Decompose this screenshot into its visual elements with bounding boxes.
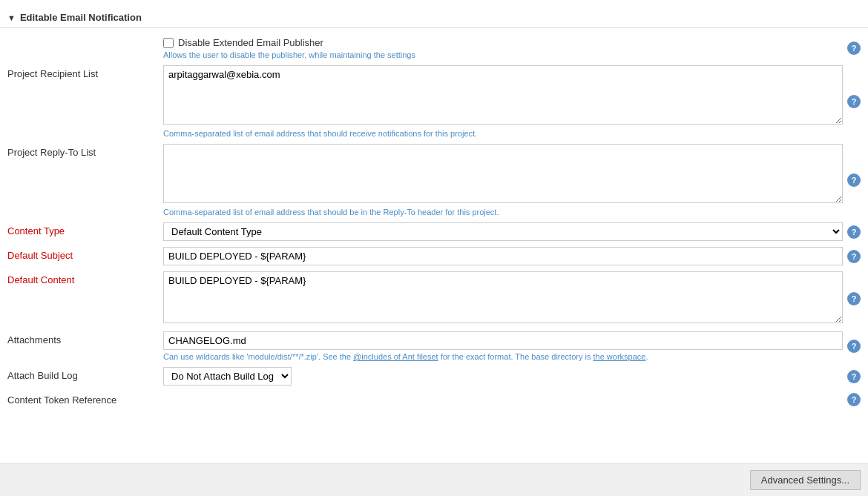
content-type-input-col: Default Content Type text/plain text/htm… <box>163 222 843 241</box>
default-subject-row: Default Subject BUILD DEPLOYED - ${PARAM… <box>0 244 868 268</box>
attachments-help-icon[interactable]: ? <box>847 340 861 353</box>
default-content-row: Default Content BUILD DEPLOYED - ${PARAM… <box>0 268 868 328</box>
content-type-help-icon[interactable]: ? <box>847 225 861 239</box>
default-content-input-col: BUILD DEPLOYED - ${PARAM} <box>163 271 843 325</box>
reply-to-help-icon[interactable]: ? <box>847 173 861 187</box>
default-content-textarea[interactable]: BUILD DEPLOYED - ${PARAM} <box>163 271 843 323</box>
main-container: ▼ Editable Email Notification Disable Ex… <box>0 0 868 496</box>
disable-input-col: Disable Extended Email Publisher Allows … <box>163 37 843 59</box>
content-token-row: Content Token Reference ? <box>0 388 868 411</box>
default-subject-help-icon[interactable]: ? <box>847 250 861 263</box>
disable-checkbox[interactable] <box>163 38 174 48</box>
disable-label <box>7 47 163 50</box>
attach-log-input-col: Do Not Attach Build Log Attach Build Log… <box>163 367 843 386</box>
default-subject-label: Default Subject <box>7 247 163 261</box>
default-content-help-icon[interactable]: ? <box>847 292 861 305</box>
recipient-help-icon[interactable]: ? <box>847 95 861 108</box>
reply-to-label: Project Reply-To List <box>7 144 163 158</box>
attachments-label: Attachments <box>7 331 163 345</box>
default-content-label: Default Content <box>7 271 163 285</box>
advanced-settings-button[interactable]: Advanced Settings... <box>750 470 861 490</box>
content-type-select[interactable]: Default Content Type text/plain text/htm… <box>163 222 843 241</box>
recipient-hint: Comma-separated list of email address th… <box>163 129 843 138</box>
recipient-textarea[interactable]: arpitaggarwal@xebia.com <box>163 65 843 125</box>
default-subject-input[interactable]: BUILD DEPLOYED - ${PARAM} <box>163 247 843 265</box>
attachments-input-col: CHANGELOG.md Can use wildcards like 'mod… <box>163 331 843 361</box>
section-header: ▼ Editable Email Notification <box>0 7 868 28</box>
reply-to-textarea[interactable] <box>163 144 843 203</box>
default-subject-input-col: BUILD DEPLOYED - ${PARAM} <box>163 247 843 265</box>
content-type-label: Content Type <box>7 222 163 237</box>
reply-to-row: Project Reply-To List Comma-separated li… <box>0 141 868 219</box>
recipient-row: Project Recipient List arpitaggarwal@xeb… <box>0 62 868 141</box>
disable-help-icon[interactable]: ? <box>847 42 861 55</box>
recipient-input-col: arpitaggarwal@xebia.com Comma-separated … <box>163 65 843 138</box>
section-title: Editable Email Notification <box>20 12 142 23</box>
attach-log-select[interactable]: Do Not Attach Build Log Attach Build Log… <box>163 367 292 386</box>
attachments-hint-link[interactable]: @includes of Ant fileset <box>353 352 438 361</box>
attach-log-help-icon[interactable]: ? <box>847 370 861 383</box>
attachments-hint: Can use wildcards like 'module/dist/**/*… <box>163 352 843 361</box>
reply-to-input-col: Comma-separated list of email address th… <box>163 144 843 216</box>
content-type-row: Content Type Default Content Type text/p… <box>0 219 868 244</box>
collapse-icon[interactable]: ▼ <box>7 13 16 22</box>
attachments-input[interactable]: CHANGELOG.md <box>163 331 843 350</box>
attachments-row: Attachments CHANGELOG.md Can use wildcar… <box>0 328 868 364</box>
disable-checkbox-label: Disable Extended Email Publisher <box>163 37 843 48</box>
disable-publisher-row: Disable Extended Email Publisher Allows … <box>0 34 868 62</box>
disable-label-text: Disable Extended Email Publisher <box>178 37 323 48</box>
attachments-hint-pre: Can use wildcards like 'module/dist/**/*… <box>163 352 353 361</box>
recipient-label: Project Recipient List <box>7 65 163 79</box>
attachments-hint-link2[interactable]: the workspace <box>594 352 646 361</box>
bottom-bar: Advanced Settings... <box>0 463 868 496</box>
reply-to-hint: Comma-separated list of email address th… <box>163 208 843 216</box>
attachments-hint-mid: for the exact format. The base directory… <box>438 352 594 361</box>
content-token-help-icon[interactable]: ? <box>847 393 861 406</box>
attach-log-row: Attach Build Log Do Not Attach Build Log… <box>0 364 868 388</box>
attach-log-label: Attach Build Log <box>7 367 163 381</box>
attachments-hint-end: . <box>645 352 648 361</box>
disable-hint: Allows the user to disable the publisher… <box>163 50 843 59</box>
content-token-label: Content Token Reference <box>7 391 163 406</box>
